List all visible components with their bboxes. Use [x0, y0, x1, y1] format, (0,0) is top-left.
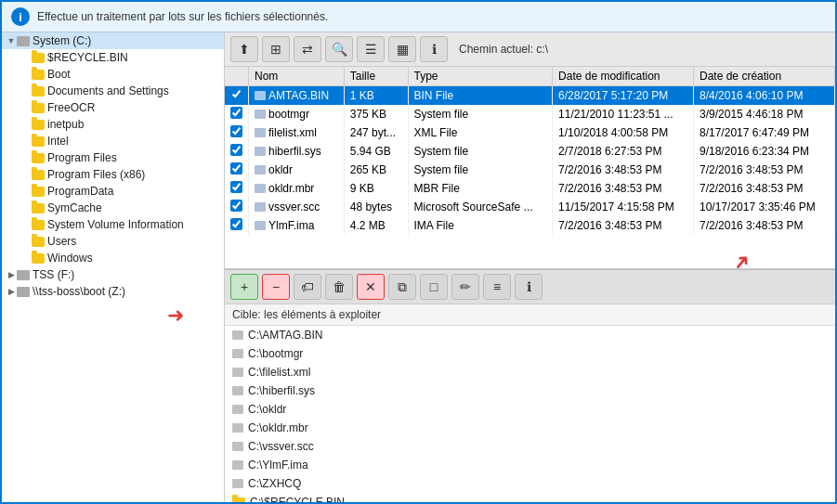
- row-checkbox-cell[interactable]: [225, 86, 249, 106]
- tree-label: System (C:): [33, 34, 91, 47]
- col-size[interactable]: Taille: [344, 67, 408, 86]
- table-row[interactable]: YlmF.ima 4.2 MB IMA File 7/2/2016 3:48:5…: [225, 216, 835, 235]
- tree-item-system-volume[interactable]: System Volume Information: [2, 216, 224, 233]
- tree-item-freeocr[interactable]: FreeOCR: [2, 99, 224, 116]
- delete-button[interactable]: 🗑: [325, 274, 353, 300]
- target-list-item[interactable]: C:\hiberfil.sys: [225, 381, 835, 400]
- drive-icon: [17, 287, 30, 297]
- col-name[interactable]: Nom: [249, 67, 345, 86]
- tree-item-inetpub[interactable]: inetpub: [2, 116, 224, 133]
- row-type: System file: [408, 105, 553, 123]
- properties-button[interactable]: ℹ: [515, 274, 543, 300]
- tree-label: System Volume Information: [47, 218, 184, 231]
- tree-item-intel[interactable]: Intel: [2, 133, 224, 149]
- tree-item-symcache[interactable]: SymCache: [2, 200, 224, 216]
- col-check: [225, 67, 249, 86]
- tree-label: Boot: [47, 68, 71, 81]
- table-row[interactable]: AMTAG.BIN 1 KB BIN File 6/28/2017 5:17:2…: [225, 86, 835, 106]
- tree-item-programdata[interactable]: ProgramData: [2, 183, 224, 200]
- drive-icon: [17, 36, 30, 46]
- row-size: 9 KB: [344, 179, 408, 198]
- cancel-button[interactable]: ✕: [357, 274, 385, 300]
- row-checkbox[interactable]: [230, 88, 242, 100]
- search-button[interactable]: 🔍: [325, 36, 353, 62]
- tree-item-system-c[interactable]: ▼System (C:): [2, 32, 224, 49]
- target-path: C:\YlmF.ima: [248, 459, 308, 472]
- row-checkbox-cell[interactable]: [225, 142, 249, 161]
- file-icon: [255, 91, 266, 100]
- folder-icon: [32, 70, 45, 80]
- target-list-item[interactable]: C:\filelist.xml: [225, 363, 835, 381]
- row-checkbox[interactable]: [230, 181, 242, 193]
- row-checkbox-cell[interactable]: [225, 123, 249, 142]
- row-checkbox-cell[interactable]: [225, 198, 249, 216]
- tree-item-documents[interactable]: Documents and Settings: [2, 83, 224, 99]
- tag-button[interactable]: 🏷: [294, 274, 321, 300]
- row-checkbox-cell[interactable]: [225, 216, 249, 235]
- tree-item-tss-f[interactable]: ▶TSS (F:): [2, 266, 224, 283]
- tree-item-boot[interactable]: Boot: [2, 66, 224, 83]
- tree-item-recycle-bin[interactable]: $RECYCLE.BIN: [2, 49, 224, 66]
- col-type[interactable]: Type: [408, 67, 553, 86]
- target-file-icon: [232, 330, 243, 340]
- target-file-icon: [232, 423, 243, 433]
- target-list-item[interactable]: C:\ZXHCQ: [225, 474, 835, 493]
- remove-button[interactable]: −: [262, 274, 290, 300]
- tree-item-program-files-x86[interactable]: Program Files (x86): [2, 166, 224, 183]
- list-button[interactable]: ☰: [357, 36, 385, 62]
- tree-item-tss-boss-boot[interactable]: ▶\\tss-boss\boot (Z:): [2, 283, 224, 300]
- main-layout: ▼System (C:)$RECYCLE.BINBootDocuments an…: [2, 32, 835, 504]
- grid-view-button[interactable]: ⊞: [262, 36, 290, 62]
- target-list-item[interactable]: C:\okldr: [225, 400, 835, 419]
- row-size: 1 KB: [344, 86, 408, 106]
- row-checkbox[interactable]: [230, 162, 242, 174]
- target-list-item[interactable]: C:\AMTAG.BIN: [225, 326, 835, 344]
- row-checkbox[interactable]: [230, 218, 242, 230]
- col-created[interactable]: Date de création: [694, 67, 835, 86]
- target-file-icon: [232, 368, 243, 377]
- table-row[interactable]: okldr.mbr 9 KB MBR File 7/2/2016 3:48:53…: [225, 179, 835, 198]
- copy-button[interactable]: ⧉: [388, 274, 416, 300]
- col-modified[interactable]: Date de modification: [553, 67, 694, 86]
- row-checkbox-cell[interactable]: [225, 161, 249, 179]
- target-list-item[interactable]: C:\bootmgr: [225, 344, 835, 363]
- edit-button[interactable]: ✏: [451, 274, 479, 300]
- toolbar-top: ⬆ ⊞ ⇄ 🔍 ☰ ▦ ℹ Chemin actuel: c:\: [225, 32, 835, 67]
- row-modified: 2/7/2018 6:27:53 PM: [553, 142, 694, 161]
- details-button[interactable]: ▦: [388, 36, 416, 62]
- new-button[interactable]: □: [420, 274, 448, 300]
- file-tree: ▼System (C:)$RECYCLE.BINBootDocuments an…: [2, 32, 225, 504]
- target-file-icon: [232, 442, 243, 451]
- refresh-button[interactable]: ⇄: [294, 36, 321, 62]
- target-list-item[interactable]: C:\$RECYCLE.BIN: [225, 493, 835, 504]
- target-list-item[interactable]: C:\vssver.scc: [225, 437, 835, 456]
- target-list-item[interactable]: C:\YlmF.ima: [225, 456, 835, 474]
- table-row[interactable]: filelist.xml 247 byt... XML File 1/10/20…: [225, 123, 835, 142]
- table-row[interactable]: okldr 265 KB System file 7/2/2016 3:48:5…: [225, 161, 835, 179]
- row-checkbox[interactable]: [230, 200, 242, 212]
- file-table-container[interactable]: Nom Taille Type Date de modification Dat…: [225, 67, 835, 269]
- table-row[interactable]: bootmgr 375 KB System file 11/21/2010 11…: [225, 105, 835, 123]
- tree-label: TSS (F:): [33, 268, 74, 281]
- target-list-item[interactable]: C:\okldr.mbr: [225, 419, 835, 437]
- target-path: C:\okldr: [248, 403, 286, 416]
- tree-item-program-files[interactable]: Program Files: [2, 149, 224, 166]
- go-up-button[interactable]: ⬆: [230, 36, 258, 62]
- list-view-button[interactable]: ≡: [483, 274, 511, 300]
- tree-item-windows[interactable]: Windows: [2, 250, 224, 266]
- row-checkbox[interactable]: [230, 107, 242, 119]
- expand-arrow: ▶: [6, 270, 17, 279]
- table-row[interactable]: hiberfil.sys 5.94 GB System file 2/7/201…: [225, 142, 835, 161]
- row-created: 8/17/2017 6:47:49 PM: [694, 123, 835, 142]
- target-file-icon: [232, 460, 243, 470]
- folder-icon: [32, 103, 45, 113]
- row-checkbox[interactable]: [230, 144, 242, 156]
- row-checkbox-cell[interactable]: [225, 179, 249, 198]
- row-checkbox-cell[interactable]: [225, 105, 249, 123]
- add-button[interactable]: +: [230, 274, 258, 300]
- table-row[interactable]: vssver.scc 48 bytes Microsoft SourceSafe…: [225, 198, 835, 216]
- row-checkbox[interactable]: [230, 125, 242, 137]
- tree-label: SymCache: [47, 201, 102, 214]
- info-button[interactable]: ℹ: [420, 36, 448, 62]
- tree-item-users[interactable]: Users: [2, 233, 224, 250]
